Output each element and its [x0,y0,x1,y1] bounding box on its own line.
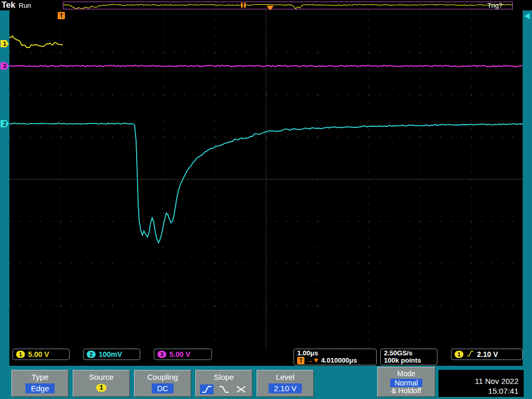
ch3-trace [9,65,523,66]
level-value: 2.10 V [269,383,301,393]
expansion-point-icon [241,3,246,8]
mode-button[interactable]: Mode Normal & Holdoff [377,367,435,397]
ch1-position-marker[interactable]: 1 [1,40,9,47]
time-text: 15:07:41 [438,386,518,396]
trigger-readout: 1 2.10 V [451,349,523,360]
trigger-level-arrow-icon[interactable] [524,13,530,19]
record-length: 100k points [384,357,421,364]
ch2-badge: 2 [87,351,96,358]
ch2-scale-readout: 2 100mV [83,349,140,360]
coupling-label: Coupling [135,373,191,381]
type-label: Type [12,373,68,381]
bottom-menu: Type Edge Source 1 Coupling DC Slope Lev… [0,366,532,399]
trigger-status: Trig? [487,2,502,9]
readout-strip: 1 5.00 V 2 100mV 3 5.00 V 1.00μs T →▼ 4.… [9,348,523,366]
slope-either-icon[interactable] [234,384,248,394]
coupling-value: DC [152,383,174,393]
timebase-scale: 1.00μs [297,350,318,357]
top-status-bar: Tek Run Trig? [0,0,532,10]
ch3-badge: 3 [157,351,166,358]
source-button[interactable]: Source 1 [73,370,130,397]
ch3-position-marker[interactable]: 3 [1,62,9,70]
graticule [9,10,523,348]
slope-falling-icon[interactable] [217,384,231,394]
record-view [63,2,513,9]
scope-display [9,10,523,348]
trigger-source-badge: 1 [455,351,463,358]
mode-holdoff-text: & Holdoff [378,387,435,395]
type-button[interactable]: Type Edge [11,370,69,397]
source-label: Source [73,373,129,381]
trigger-t-marker[interactable]: T [58,12,65,19]
mode-label: Mode [378,369,435,378]
delay-value: 4.010000μs [321,357,357,364]
date-text: 11 Nov 2022 [438,376,518,386]
sample-rate: 2.50GS/s [384,350,413,357]
record-view-waveform [63,2,512,9]
delay-arrow-icon: →▼ [306,357,320,364]
level-label: Level [257,373,313,381]
trigger-position-arrow-icon[interactable] [267,6,274,10]
trigger-time-badge: T [297,357,304,364]
slope-button[interactable]: Slope [195,370,252,397]
slope-label: Slope [196,373,252,381]
ch3-scale-value: 5.00 V [169,350,190,358]
acquisition-status: Run [19,2,31,9]
ch3-scale-readout: 3 5.00 V [154,349,212,360]
datetime-display: 11 Nov 2022 15:07:41 [438,370,524,397]
ch1-badge: 1 [16,351,25,358]
ch1-trace [9,36,63,47]
horizontal-readout: 1.00μs T →▼ 4.010000μs [294,349,377,365]
trigger-slope-icon [467,350,474,358]
tek-logo: Tek [2,1,15,10]
coupling-button[interactable]: Coupling DC [134,370,191,397]
trigger-level-value: 2.10 V [477,350,498,358]
ch2-scale-value: 100mV [99,350,122,358]
type-value: Edge [25,383,54,393]
source-value-badge: 1 [96,384,107,392]
mode-value: Normal [390,379,422,387]
level-button[interactable]: Level 2.10 V [257,370,314,397]
slope-rising-icon[interactable] [200,384,214,394]
record-view-trace [63,4,512,9]
ch1-scale-readout: 1 5.00 V [12,349,70,360]
acquisition-readout: 2.50GS/s 100k points [380,349,437,365]
ch2-position-marker[interactable]: 2 [1,120,9,127]
ch1-scale-value: 5.00 V [28,350,49,358]
